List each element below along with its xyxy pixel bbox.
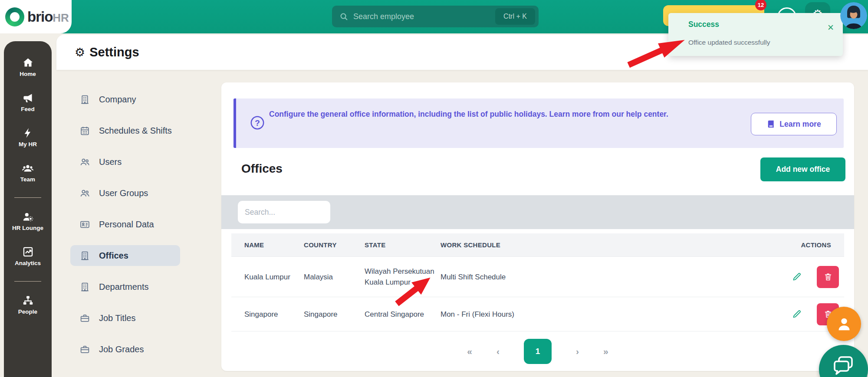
- briefcase-icon: [79, 313, 90, 324]
- cell-name: Singapore: [231, 309, 304, 320]
- bolt-icon: [22, 127, 34, 139]
- settings-nav-personal-data[interactable]: Personal Data: [70, 214, 180, 235]
- cell-work-schedule: Multi Shift Schedule: [441, 272, 766, 282]
- sidebar-item-people[interactable]: People: [4, 295, 52, 315]
- settings-nav-user-groups[interactable]: User Groups: [70, 183, 180, 203]
- last-page-button[interactable]: »: [603, 346, 608, 357]
- sidebar-divider: [14, 197, 41, 198]
- column-header-name: NAME: [231, 241, 304, 249]
- sidebar-item-analytics[interactable]: Analytics: [4, 246, 52, 266]
- keyboard-shortcut-chip: Ctrl + K: [495, 8, 535, 25]
- briefcase-icon: [79, 344, 90, 355]
- offices-panel: ? Configure the general office informati…: [221, 82, 854, 371]
- sidebar-item-team[interactable]: Team: [4, 162, 52, 183]
- close-icon[interactable]: ✕: [827, 23, 834, 33]
- team-icon: [22, 162, 34, 174]
- table-header-row: NAME COUNTRY STATE WORK SCHEDULE ACTIONS: [231, 233, 844, 257]
- analytics-icon: [22, 246, 34, 258]
- user-avatar[interactable]: [840, 2, 867, 29]
- offices-table: NAME COUNTRY STATE WORK SCHEDULE ACTIONS…: [231, 233, 844, 331]
- delete-button[interactable]: [817, 266, 839, 288]
- cell-name: Kuala Lumpur: [231, 272, 304, 282]
- building-icon: [79, 282, 90, 292]
- global-search[interactable]: Ctrl + K: [332, 6, 539, 27]
- toast-message: Office updated successfully: [688, 39, 770, 46]
- brand-logo[interactable]: brioHR: [0, 0, 72, 33]
- settings-nav-job-titles[interactable]: Job Titles: [70, 308, 180, 328]
- question-circle-icon: ?: [250, 115, 265, 130]
- sidebar-item-hr-lounge[interactable]: HR Lounge: [4, 211, 52, 231]
- avatar-image: [840, 2, 867, 29]
- settings-gear-icon: ⚙: [75, 46, 85, 59]
- cell-work-schedule: Mon - Fri (Flexi Hours): [441, 309, 766, 320]
- settings-nav-offices[interactable]: Offices: [70, 245, 180, 266]
- chat-icon: [832, 355, 855, 377]
- person-gear-icon: [22, 211, 34, 223]
- settings-nav-departments[interactable]: Departments: [70, 276, 180, 297]
- column-header-work-schedule: WORK SCHEDULE: [441, 241, 766, 249]
- calendar-icon: [79, 125, 90, 136]
- column-header-country: COUNTRY: [304, 241, 365, 249]
- current-page-button[interactable]: 1: [524, 339, 552, 364]
- table-row: Kuala Lumpur Malaysia Wilayah Persekutua…: [231, 257, 844, 297]
- sidebar-item-home[interactable]: Home: [4, 57, 52, 77]
- id-card-icon: [79, 219, 90, 230]
- first-page-button[interactable]: «: [467, 346, 472, 357]
- section-heading: Offices: [241, 162, 283, 176]
- table-row: Singapore Singapore Central Singapore Mo…: [231, 297, 844, 331]
- office-search-input[interactable]: [238, 201, 330, 223]
- settings-nav-schedules-shifts[interactable]: Schedules & Shifts: [70, 120, 180, 141]
- toast-title: Success: [688, 20, 719, 29]
- settings-nav-job-grades[interactable]: Job Grades: [70, 339, 180, 360]
- learn-more-button[interactable]: Learn more: [751, 113, 837, 135]
- megaphone-icon: [22, 92, 34, 104]
- profile-fab[interactable]: [827, 307, 861, 341]
- svg-text:?: ?: [255, 118, 260, 128]
- column-header-state: STATE: [365, 241, 441, 249]
- settings-nav: Company Schedules & Shifts Users User Gr…: [70, 89, 180, 370]
- sidebar-item-my-hr[interactable]: My HR: [4, 127, 52, 148]
- sidebar-divider: [14, 281, 41, 282]
- edit-pencil-icon[interactable]: [792, 309, 802, 319]
- prev-page-button[interactable]: ‹: [496, 346, 500, 357]
- user-groups-icon: [79, 188, 90, 199]
- cell-country: Singapore: [304, 309, 365, 320]
- column-header-actions: ACTIONS: [766, 241, 844, 249]
- add-new-office-button[interactable]: Add new office: [760, 157, 845, 181]
- building-icon: [79, 250, 90, 261]
- next-page-button[interactable]: ›: [576, 346, 579, 357]
- building-icon: [79, 94, 90, 105]
- org-chart-icon: [22, 295, 34, 306]
- row-actions: [766, 266, 844, 288]
- edit-pencil-icon[interactable]: [792, 272, 802, 282]
- users-icon: [79, 157, 90, 167]
- trash-icon: [823, 272, 833, 282]
- page-title: Settings: [89, 45, 139, 59]
- settings-nav-company[interactable]: Company: [70, 89, 180, 110]
- pagination: « ‹ 1 › »: [221, 331, 854, 371]
- home-icon: [22, 57, 34, 69]
- search-employee-input[interactable]: [353, 12, 495, 21]
- main-sidebar: Home Feed My HR Team HR Lounge Analytics…: [4, 41, 52, 377]
- banner-text: Configure the general office information…: [269, 107, 751, 121]
- toast-success: Success Office updated successfully ✕: [668, 13, 843, 56]
- settings-nav-users[interactable]: Users: [70, 151, 180, 172]
- brand-name: brioHR: [27, 9, 69, 25]
- cell-country: Malaysia: [304, 272, 365, 282]
- book-icon: [766, 120, 775, 128]
- briohr-logo-icon: [5, 7, 24, 26]
- person-icon: [835, 315, 853, 333]
- sidebar-item-feed[interactable]: Feed: [4, 92, 52, 112]
- search-icon: [339, 12, 349, 21]
